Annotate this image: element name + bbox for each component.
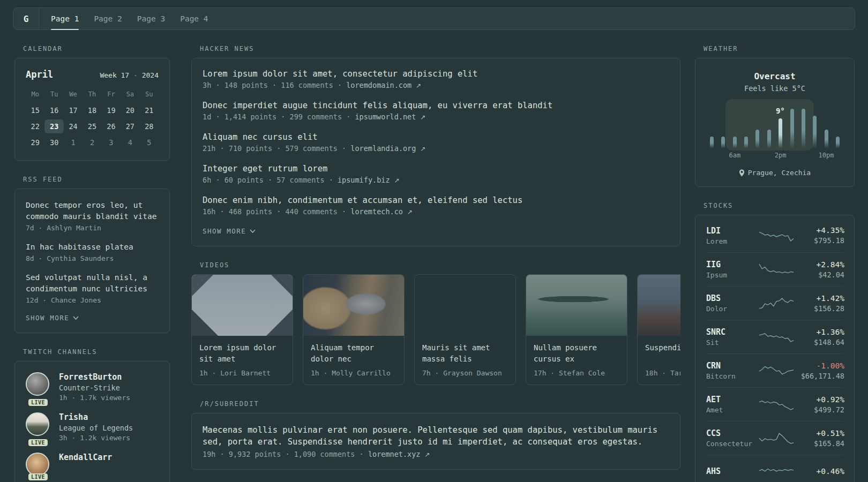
rss-show-more-button[interactable]: SHOW MORE <box>26 314 159 322</box>
video-title[interactable]: Mauris sit amet massa felis <box>422 342 508 365</box>
stock-change: +0.46% <box>795 467 844 476</box>
rss-item-meta: 12d · Chance Jones <box>26 296 159 304</box>
twitch-card: LIVE ForrestBurton Counter-Strike 1h · 1… <box>14 361 170 482</box>
hn-item-domain-link[interactable]: ipsumify.biz <box>338 176 390 184</box>
video-card[interactable]: Aliquam tempor dolor nec pharetra… 1h · … <box>303 274 405 385</box>
stock-sparkline <box>758 397 795 412</box>
weather-chart: 9° <box>708 107 841 148</box>
stock-row[interactable]: SNRCSit +1.36%$148.64 <box>706 320 843 353</box>
rss-item-title[interactable]: Sed volutpat nulla nisl, a condimentum n… <box>26 272 159 295</box>
external-link-icon: ↗ <box>416 82 421 89</box>
rss-item: Sed volutpat nulla nisl, a condimentum n… <box>26 272 159 304</box>
hn-item-title[interactable]: Integer eget rutrum lorem <box>203 164 669 174</box>
video-card[interactable]: Suspendis diam 18h · Tara <box>637 274 680 385</box>
video-title[interactable]: Lorem ipsum dolor sit amet consectetu… <box>199 342 285 365</box>
twitch-channel-name[interactable]: Trisha <box>59 412 133 422</box>
hackernews-title: HACKER NEWS <box>200 45 680 52</box>
stock-row[interactable]: IIGIpsum +2.84%$42.04 <box>706 252 843 286</box>
calendar-day: 26 <box>102 119 121 133</box>
hn-item-title[interactable]: Donec enim nibh, condimentum et accumsan… <box>203 195 669 205</box>
stock-change: +1.42% <box>795 294 844 303</box>
weather-bar <box>802 109 805 148</box>
stock-symbol: LDI <box>706 226 758 236</box>
rss-item-title[interactable]: Donec tempor eros leo, ut commodo mauris… <box>26 200 159 222</box>
weather-card: Overcast Feels like 5°C 9° 6am2pm10pm Pr… <box>695 58 855 187</box>
weather-bar-current <box>779 118 782 148</box>
tab-page-2[interactable]: Page 2 <box>86 8 129 29</box>
hn-item-domain-link[interactable]: loremlandia.org <box>350 144 416 153</box>
stock-row[interactable]: AHS +0.46% <box>706 455 843 482</box>
video-thumbnail[interactable] <box>192 275 293 336</box>
twitch-channel-name[interactable]: KendallCarr <box>59 453 112 462</box>
calendar-day: 3 <box>102 135 121 149</box>
app-logo[interactable]: G <box>13 8 39 29</box>
chevron-down-icon <box>250 229 256 233</box>
hn-item-domain-link[interactable]: loremtech.co <box>350 207 403 216</box>
video-card[interactable]: Nullam posuere cursus ex 17h · Stefan Co… <box>526 274 627 385</box>
external-link-icon: ↗ <box>420 114 425 121</box>
weather-bar <box>836 137 840 148</box>
reddit-domain-link[interactable]: loremnet.xyz <box>368 450 421 458</box>
tab-page-4[interactable]: Page 4 <box>173 8 215 29</box>
hn-show-more-button[interactable]: SHOW MORE <box>203 227 669 235</box>
reddit-post-title[interactable]: Maecenas mollis pulvinar erat non posuer… <box>203 424 669 448</box>
calendar-day: 5 <box>140 135 159 149</box>
tab-page-1[interactable]: Page 1 <box>43 8 86 29</box>
stock-row[interactable]: DBSDolor +1.42%$156.28 <box>706 286 843 320</box>
calendar-day: 27 <box>121 119 139 133</box>
calendar-month: April <box>26 69 53 80</box>
calendar-card: April Week 17 · 2024 MoTuWeThFrSaSu15161… <box>14 58 170 161</box>
weather-bar <box>733 137 737 148</box>
twitch-channel[interactable]: LIVE KendallCarr <box>26 453 159 476</box>
location-pin-icon <box>739 169 745 177</box>
tab-page-3[interactable]: Page 3 <box>130 8 173 29</box>
hn-item-title[interactable]: Lorem ipsum dolor sit amet, consectetur … <box>203 69 669 79</box>
hn-item: Aliquam nec cursus elit 21h · 710 points… <box>203 132 669 153</box>
stock-price: $148.64 <box>795 338 844 347</box>
weather-bar <box>710 137 714 148</box>
rss-item-title[interactable]: In hac habitasse platea <box>26 242 159 253</box>
rss-item-meta: 8d · Cynthia Saunders <box>26 254 159 262</box>
stock-name: Consectetur <box>706 440 758 448</box>
stock-row[interactable]: AETAmet +0.92%$499.72 <box>706 387 843 421</box>
calendar-widget: CALENDAR April Week 17 · 2024 MoTuWeThFr… <box>14 45 170 161</box>
avatar <box>26 372 49 396</box>
rss-card: Donec tempor eros leo, ut commodo mauris… <box>14 189 170 333</box>
video-title[interactable]: Nullam posuere cursus ex <box>534 342 619 365</box>
stock-name: Dolor <box>706 305 758 313</box>
video-card[interactable]: Lorem ipsum dolor sit amet consectetu… 1… <box>191 274 293 385</box>
video-card[interactable]: Mauris sit amet massa felis 7h · Grayson… <box>414 274 516 385</box>
stock-row[interactable]: LDILorem +4.35%$795.18 <box>706 219 843 252</box>
hn-item-title[interactable]: Donec imperdiet augue tincidunt felis al… <box>203 101 669 110</box>
calendar-day: 17 <box>64 103 83 117</box>
twitch-channel-name[interactable]: ForrestBurton <box>59 372 130 382</box>
hn-item-domain-link[interactable]: ipsumworld.net <box>355 112 416 121</box>
twitch-channel[interactable]: LIVE ForrestBurton Counter-Strike 1h · 1… <box>26 372 159 402</box>
video-title[interactable]: Aliquam tempor dolor nec pharetra… <box>311 342 396 365</box>
video-thumbnail[interactable] <box>638 275 680 336</box>
stock-name: Bitcorn <box>706 372 758 380</box>
stock-row[interactable]: CRNBitcorn -1.00%$66,171.48 <box>706 353 843 387</box>
reddit-widget: /R/SUBREDDIT Maecenas mollis pulvinar er… <box>191 400 680 470</box>
twitch-game: Counter-Strike <box>59 383 130 392</box>
hn-item-domain-link[interactable]: loremdomain.com <box>346 81 411 89</box>
rss-item: Donec tempor eros leo, ut commodo mauris… <box>26 200 159 232</box>
stock-name: Lorem <box>706 237 758 245</box>
video-thumbnail[interactable] <box>303 275 404 336</box>
video-thumbnail[interactable] <box>415 275 515 336</box>
calendar-day: 28 <box>140 119 159 133</box>
hn-item-title[interactable]: Aliquam nec cursus elit <box>203 132 669 142</box>
calendar-weekday: We <box>64 87 83 101</box>
external-link-icon: ↗ <box>394 177 400 184</box>
calendar-day-selected: 23 <box>44 119 63 133</box>
stock-price: $42.04 <box>795 270 844 279</box>
stocks-card: LDILorem +4.35%$795.18 IIGIpsum +2.84%$4… <box>695 215 855 482</box>
stock-sparkline <box>758 329 795 344</box>
video-thumbnail[interactable] <box>526 275 627 336</box>
stock-row[interactable]: CCSConsectetur +0.51%$165.84 <box>706 421 843 455</box>
stock-price: $66,171.48 <box>795 372 844 380</box>
twitch-channel[interactable]: LIVE Trisha League of Legends 3h · 1.2k … <box>26 412 159 442</box>
video-title[interactable]: Suspendis diam <box>645 342 680 365</box>
rss-item: In hac habitasse platea 8d · Cynthia Sau… <box>26 242 159 262</box>
weather-hour-label: 10pm <box>819 152 834 159</box>
